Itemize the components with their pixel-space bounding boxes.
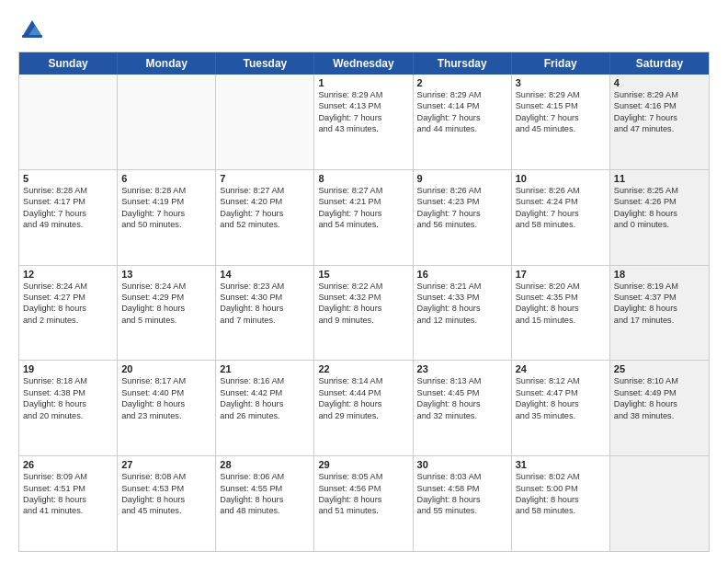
cell-line: Sunrise: 8:29 AM [318,89,408,100]
cell-line: and 51 minutes. [318,505,408,516]
day-number: 26 [23,459,113,470]
cell-line: Sunrise: 8:12 AM [516,375,606,386]
cell-line: Sunset: 4:23 PM [417,196,507,207]
cal-cell-11: 11Sunrise: 8:25 AMSunset: 4:26 PMDayligh… [610,170,709,265]
cell-line: Daylight: 8 hours [23,303,113,314]
cell-line: Daylight: 7 hours [318,112,408,123]
cell-line: Sunset: 4:30 PM [220,292,310,303]
cell-line: and 58 minutes. [516,505,606,516]
header-day-wednesday: Wednesday [314,52,413,75]
day-number: 10 [516,173,606,184]
day-number: 14 [220,269,310,280]
cell-line: Sunset: 4:51 PM [23,483,113,494]
cell-line: Sunset: 4:26 PM [614,196,705,207]
day-number: 11 [614,173,705,184]
cell-line: Daylight: 8 hours [516,398,606,409]
cell-line: Sunrise: 8:10 AM [614,375,705,386]
day-number: 16 [417,269,507,280]
cell-line: Sunset: 4:32 PM [318,292,408,303]
cell-line: Sunrise: 8:26 AM [516,185,606,196]
cell-line: Sunrise: 8:25 AM [614,185,705,196]
cell-line: and 45 minutes. [516,123,606,134]
cell-line: Daylight: 8 hours [614,208,705,219]
cell-line: and 52 minutes. [220,219,310,230]
cell-line: Sunset: 4:33 PM [417,292,507,303]
cell-line: Sunrise: 8:08 AM [121,471,211,482]
cell-line: Sunset: 4:45 PM [417,387,507,398]
cell-line: Daylight: 8 hours [614,398,705,409]
cell-line: Sunrise: 8:13 AM [417,375,507,386]
day-number: 7 [220,173,310,184]
cal-cell-2: 2Sunrise: 8:29 AMSunset: 4:14 PMDaylight… [414,75,512,169]
cal-cell-7: 7Sunrise: 8:27 AMSunset: 4:20 PMDaylight… [216,170,314,265]
cell-line: Daylight: 8 hours [318,494,408,505]
day-number: 12 [23,269,113,280]
day-number: 9 [417,173,507,184]
cal-cell-26: 26Sunrise: 8:09 AMSunset: 4:51 PMDayligh… [19,456,118,551]
cal-cell-27: 27Sunrise: 8:08 AMSunset: 4:53 PMDayligh… [118,456,216,551]
day-number: 18 [614,269,705,280]
cell-line: Sunrise: 8:27 AM [318,185,408,196]
cell-line: Daylight: 8 hours [417,303,507,314]
day-number: 6 [121,173,211,184]
day-number: 2 [417,77,507,88]
header-day-monday: Monday [118,52,216,75]
cell-line: and 43 minutes. [318,123,408,134]
cell-line: and 45 minutes. [121,505,211,516]
cal-cell-12: 12Sunrise: 8:24 AMSunset: 4:27 PMDayligh… [19,266,118,361]
cell-line: and 32 minutes. [417,410,507,421]
day-number: 4 [614,77,705,88]
cell-line: Daylight: 8 hours [121,398,211,409]
cell-line: Sunset: 4:55 PM [220,483,310,494]
calendar: SundayMondayTuesdayWednesdayThursdayFrid… [18,52,710,552]
cell-line: and 12 minutes. [417,315,507,326]
cell-line: and 50 minutes. [121,219,211,230]
cell-line: and 7 minutes. [220,315,310,326]
header-day-friday: Friday [512,52,610,75]
page-header [18,15,710,42]
cell-line: Daylight: 8 hours [318,303,408,314]
calendar-body: 1Sunrise: 8:29 AMSunset: 4:13 PMDaylight… [19,75,709,551]
day-number: 3 [516,77,606,88]
cell-line: Daylight: 8 hours [23,398,113,409]
cell-line: Sunset: 4:37 PM [614,292,705,303]
logo [18,15,50,42]
cell-line: Sunrise: 8:28 AM [23,185,113,196]
cal-cell-1: 1Sunrise: 8:29 AMSunset: 4:13 PMDaylight… [314,75,413,169]
cell-line: Sunrise: 8:20 AM [516,281,606,292]
cell-line: Sunrise: 8:21 AM [417,281,507,292]
cal-cell-8: 8Sunrise: 8:27 AMSunset: 4:21 PMDaylight… [314,170,413,265]
cell-line: Sunrise: 8:19 AM [614,281,705,292]
cell-line: Daylight: 7 hours [614,112,705,123]
cell-line: and 15 minutes. [516,315,606,326]
day-number: 8 [318,173,408,184]
cell-line: Sunset: 4:21 PM [318,196,408,207]
header-day-saturday: Saturday [610,52,709,75]
cell-line: Sunset: 4:56 PM [318,483,408,494]
cal-cell-16: 16Sunrise: 8:21 AMSunset: 4:33 PMDayligh… [414,266,512,361]
cell-line: Sunrise: 8:29 AM [516,89,606,100]
day-number: 29 [318,459,408,470]
cell-line: and 48 minutes. [220,505,310,516]
cell-line: and 44 minutes. [417,123,507,134]
cal-cell-3: 3Sunrise: 8:29 AMSunset: 4:15 PMDaylight… [512,75,610,169]
cell-line: Daylight: 8 hours [220,398,310,409]
cell-line: Daylight: 8 hours [220,303,310,314]
cell-line: Sunset: 4:27 PM [23,292,113,303]
svg-rect-2 [22,35,42,38]
cell-line: Daylight: 8 hours [121,494,211,505]
cell-line: and 54 minutes. [318,219,408,230]
calendar-header: SundayMondayTuesdayWednesdayThursdayFrid… [19,52,709,75]
cal-cell-empty [19,75,118,169]
cell-line: Daylight: 7 hours [318,208,408,219]
cal-cell-18: 18Sunrise: 8:19 AMSunset: 4:37 PMDayligh… [610,266,709,361]
cell-line: Sunset: 4:19 PM [121,196,211,207]
week-row-3: 19Sunrise: 8:18 AMSunset: 4:38 PMDayligh… [19,361,709,456]
cell-line: and 56 minutes. [417,219,507,230]
cell-line: Sunset: 4:17 PM [23,196,113,207]
cell-line: Sunset: 4:20 PM [220,196,310,207]
header-day-thursday: Thursday [414,52,512,75]
cell-line: and 23 minutes. [121,410,211,421]
cell-line: Sunrise: 8:03 AM [417,471,507,482]
cell-line: Sunrise: 8:24 AM [23,281,113,292]
